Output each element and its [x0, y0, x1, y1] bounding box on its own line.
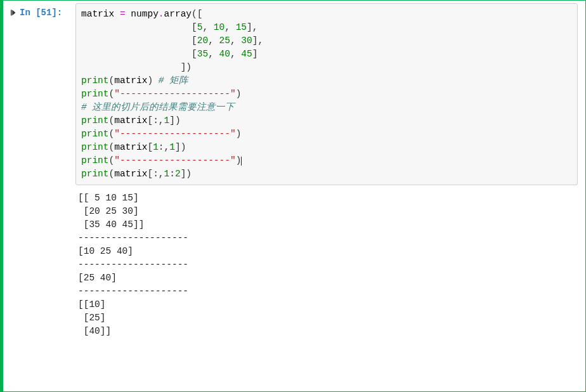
- run-cell-icon[interactable]: [8, 8, 17, 17]
- cell-output: [[ 5 10 15] [20 25 30] [35 40 45]] -----…: [75, 189, 578, 339]
- code-cell: In [51]: matrix = numpy.array([ [5, 10, …: [0, 0, 586, 392]
- code-input[interactable]: matrix = numpy.array([ [5, 10, 15], [20,…: [75, 3, 578, 185]
- cell-main: matrix = numpy.array([ [5, 10, 15], [20,…: [75, 3, 583, 388]
- prompt: In [51]:: [20, 7, 62, 20]
- text-cursor: [241, 157, 242, 166]
- prompt-exec-count: [51]: [36, 8, 57, 18]
- prompt-colon: :: [57, 8, 62, 18]
- cell-gutter: In [51]:: [4, 3, 75, 388]
- prompt-label: In: [20, 8, 36, 18]
